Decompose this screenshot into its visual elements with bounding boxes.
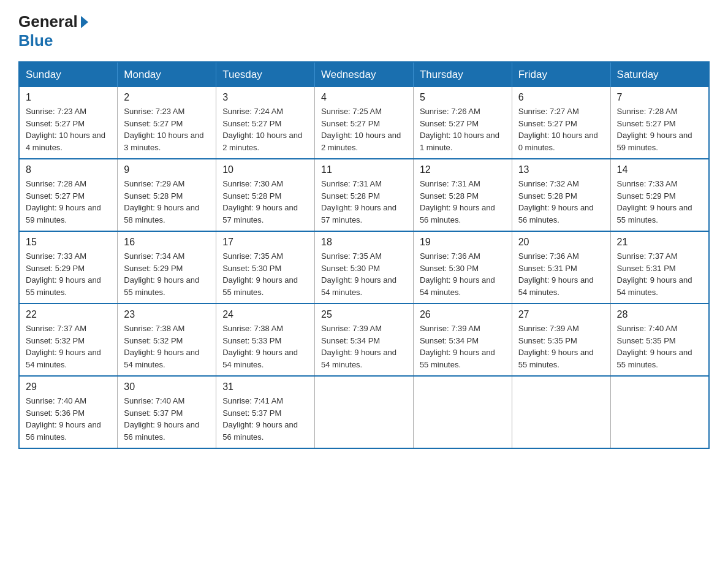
calendar-cell: 8 Sunrise: 7:28 AMSunset: 5:27 PMDayligh… — [19, 159, 118, 231]
cell-info: Sunrise: 7:29 AMSunset: 5:28 PMDaylight:… — [124, 178, 210, 226]
cell-info: Sunrise: 7:38 AMSunset: 5:32 PMDaylight:… — [124, 323, 210, 370]
cell-info: Sunrise: 7:33 AMSunset: 5:29 PMDaylight:… — [617, 178, 702, 226]
calendar-header-row: SundayMondayTuesdayWednesdayThursdayFrid… — [19, 62, 709, 87]
calendar-cell: 18 Sunrise: 7:35 AMSunset: 5:30 PMDaylig… — [315, 231, 414, 304]
calendar-cell: 28 Sunrise: 7:40 AMSunset: 5:35 PMDaylig… — [610, 304, 709, 376]
day-number: 9 — [124, 164, 210, 175]
day-number: 10 — [222, 164, 308, 175]
calendar-cell: 29 Sunrise: 7:40 AMSunset: 5:36 PMDaylig… — [19, 376, 118, 448]
cell-info: Sunrise: 7:40 AMSunset: 5:37 PMDaylight:… — [124, 395, 210, 443]
calendar-cell: 15 Sunrise: 7:33 AMSunset: 5:29 PMDaylig… — [19, 231, 118, 304]
cell-info: Sunrise: 7:35 AMSunset: 5:30 PMDaylight:… — [222, 250, 308, 298]
calendar-cell: 14 Sunrise: 7:33 AMSunset: 5:29 PMDaylig… — [610, 159, 709, 231]
cell-info: Sunrise: 7:36 AMSunset: 5:31 PMDaylight:… — [518, 250, 604, 298]
day-number: 24 — [222, 309, 308, 320]
day-number: 23 — [124, 309, 210, 320]
calendar-weekday-tuesday: Tuesday — [216, 62, 315, 87]
cell-info: Sunrise: 7:34 AMSunset: 5:29 PMDaylight:… — [124, 250, 210, 298]
calendar-cell: 11 Sunrise: 7:31 AMSunset: 5:28 PMDaylig… — [315, 159, 414, 231]
cell-info: Sunrise: 7:37 AMSunset: 5:31 PMDaylight:… — [617, 250, 702, 298]
calendar-table: SundayMondayTuesdayWednesdayThursdayFrid… — [18, 61, 710, 449]
day-number: 15 — [26, 237, 111, 248]
cell-info: Sunrise: 7:33 AMSunset: 5:29 PMDaylight:… — [26, 250, 111, 298]
calendar-cell — [512, 376, 610, 448]
cell-info: Sunrise: 7:31 AMSunset: 5:28 PMDaylight:… — [321, 178, 407, 226]
cell-info: Sunrise: 7:25 AMSunset: 5:27 PMDaylight:… — [321, 105, 407, 153]
cell-info: Sunrise: 7:39 AMSunset: 5:34 PMDaylight:… — [321, 323, 407, 370]
calendar-week-row-3: 15 Sunrise: 7:33 AMSunset: 5:29 PMDaylig… — [19, 231, 709, 304]
day-number: 21 — [617, 237, 702, 248]
calendar-weekday-sunday: Sunday — [19, 62, 118, 87]
calendar-weekday-monday: Monday — [118, 62, 216, 87]
calendar-cell: 3 Sunrise: 7:24 AMSunset: 5:27 PMDayligh… — [216, 87, 315, 159]
calendar-cell: 10 Sunrise: 7:30 AMSunset: 5:28 PMDaylig… — [216, 159, 315, 231]
calendar-weekday-thursday: Thursday — [413, 62, 512, 87]
calendar-cell: 31 Sunrise: 7:41 AMSunset: 5:37 PMDaylig… — [216, 376, 315, 448]
cell-info: Sunrise: 7:27 AMSunset: 5:27 PMDaylight:… — [518, 105, 604, 153]
cell-info: Sunrise: 7:40 AMSunset: 5:36 PMDaylight:… — [26, 395, 111, 443]
day-number: 26 — [420, 309, 506, 320]
cell-info: Sunrise: 7:39 AMSunset: 5:34 PMDaylight:… — [420, 323, 506, 370]
calendar-body: 1 Sunrise: 7:23 AMSunset: 5:27 PMDayligh… — [19, 87, 709, 448]
calendar-week-row-2: 8 Sunrise: 7:28 AMSunset: 5:27 PMDayligh… — [19, 159, 709, 231]
day-number: 17 — [222, 237, 308, 248]
calendar-cell: 16 Sunrise: 7:34 AMSunset: 5:29 PMDaylig… — [118, 231, 216, 304]
calendar-cell: 9 Sunrise: 7:29 AMSunset: 5:28 PMDayligh… — [118, 159, 216, 231]
calendar-cell: 13 Sunrise: 7:32 AMSunset: 5:28 PMDaylig… — [512, 159, 610, 231]
calendar-cell — [413, 376, 512, 448]
day-number: 4 — [321, 92, 407, 103]
calendar-cell: 23 Sunrise: 7:38 AMSunset: 5:32 PMDaylig… — [118, 304, 216, 376]
calendar-cell: 7 Sunrise: 7:28 AMSunset: 5:27 PMDayligh… — [610, 87, 709, 159]
day-number: 20 — [518, 237, 604, 248]
calendar-weekday-saturday: Saturday — [610, 62, 709, 87]
calendar-cell: 25 Sunrise: 7:39 AMSunset: 5:34 PMDaylig… — [315, 304, 414, 376]
calendar-week-row-5: 29 Sunrise: 7:40 AMSunset: 5:36 PMDaylig… — [19, 376, 709, 448]
calendar-cell: 20 Sunrise: 7:36 AMSunset: 5:31 PMDaylig… — [512, 231, 610, 304]
day-number: 8 — [26, 164, 111, 175]
day-number: 11 — [321, 164, 407, 175]
calendar-cell: 6 Sunrise: 7:27 AMSunset: 5:27 PMDayligh… — [512, 87, 610, 159]
day-number: 5 — [420, 92, 506, 103]
calendar-cell: 1 Sunrise: 7:23 AMSunset: 5:27 PMDayligh… — [19, 87, 118, 159]
cell-info: Sunrise: 7:41 AMSunset: 5:37 PMDaylight:… — [222, 395, 308, 443]
calendar-cell: 19 Sunrise: 7:36 AMSunset: 5:30 PMDaylig… — [413, 231, 512, 304]
day-number: 14 — [617, 164, 702, 175]
cell-info: Sunrise: 7:36 AMSunset: 5:30 PMDaylight:… — [420, 250, 506, 298]
calendar-cell: 27 Sunrise: 7:39 AMSunset: 5:35 PMDaylig… — [512, 304, 610, 376]
day-number: 30 — [124, 381, 210, 393]
day-number: 22 — [26, 309, 111, 320]
cell-info: Sunrise: 7:28 AMSunset: 5:27 PMDaylight:… — [26, 178, 111, 226]
calendar-cell: 2 Sunrise: 7:23 AMSunset: 5:27 PMDayligh… — [118, 87, 216, 159]
page-header: General Blue — [18, 12, 710, 50]
day-number: 7 — [617, 92, 702, 103]
calendar-cell: 26 Sunrise: 7:39 AMSunset: 5:34 PMDaylig… — [413, 304, 512, 376]
cell-info: Sunrise: 7:23 AMSunset: 5:27 PMDaylight:… — [26, 105, 111, 153]
day-number: 12 — [420, 164, 506, 175]
calendar-cell — [610, 376, 709, 448]
calendar-weekday-friday: Friday — [512, 62, 610, 87]
day-number: 19 — [420, 237, 506, 248]
day-number: 31 — [222, 381, 308, 393]
cell-info: Sunrise: 7:32 AMSunset: 5:28 PMDaylight:… — [518, 178, 604, 226]
cell-info: Sunrise: 7:31 AMSunset: 5:28 PMDaylight:… — [420, 178, 506, 226]
logo-general-text: General — [18, 12, 78, 31]
cell-info: Sunrise: 7:23 AMSunset: 5:27 PMDaylight:… — [124, 105, 210, 153]
calendar-weekday-wednesday: Wednesday — [315, 62, 414, 87]
calendar-cell: 22 Sunrise: 7:37 AMSunset: 5:32 PMDaylig… — [19, 304, 118, 376]
cell-info: Sunrise: 7:38 AMSunset: 5:33 PMDaylight:… — [222, 323, 308, 370]
logo-triangle-icon — [81, 16, 88, 28]
calendar-cell — [315, 376, 414, 448]
cell-info: Sunrise: 7:39 AMSunset: 5:35 PMDaylight:… — [518, 323, 604, 370]
logo-blue-text: Blue — [18, 31, 53, 50]
day-number: 25 — [321, 309, 407, 320]
day-number: 6 — [518, 92, 604, 103]
day-number: 1 — [26, 92, 111, 103]
calendar-week-row-4: 22 Sunrise: 7:37 AMSunset: 5:32 PMDaylig… — [19, 304, 709, 376]
day-number: 28 — [617, 309, 702, 320]
cell-info: Sunrise: 7:28 AMSunset: 5:27 PMDaylight:… — [617, 105, 702, 153]
calendar-cell: 21 Sunrise: 7:37 AMSunset: 5:31 PMDaylig… — [610, 231, 709, 304]
calendar-cell: 30 Sunrise: 7:40 AMSunset: 5:37 PMDaylig… — [118, 376, 216, 448]
day-number: 29 — [26, 381, 111, 393]
cell-info: Sunrise: 7:30 AMSunset: 5:28 PMDaylight:… — [222, 178, 308, 226]
day-number: 27 — [518, 309, 604, 320]
